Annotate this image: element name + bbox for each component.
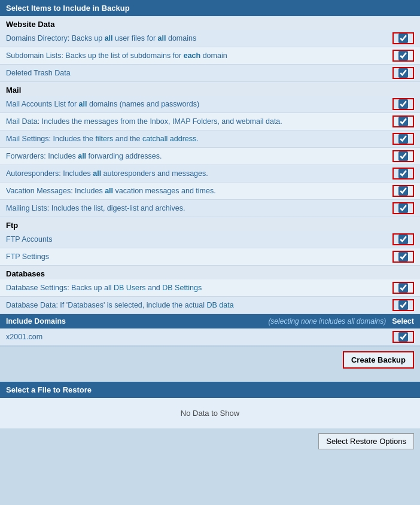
mailing-lists-checkbox[interactable]	[398, 203, 408, 213]
vacation-messages-checkbox[interactable]	[398, 186, 408, 196]
mail-label: Mail	[0, 82, 420, 96]
db-settings-checkbox-cell	[392, 282, 414, 294]
mail-settings-checkbox[interactable]	[398, 134, 408, 144]
db-data-checkbox[interactable]	[398, 300, 408, 310]
databases-label: Databases	[0, 266, 420, 279]
deleted-trash-checkbox-cell	[392, 67, 414, 79]
mail-accounts-checkbox-cell	[392, 98, 414, 110]
forwarders-row: Forwarders: Includes all forwarding addr…	[0, 148, 420, 165]
no-data-row: No Data to Show	[0, 398, 420, 428]
domains-directory-checkbox[interactable]	[398, 34, 408, 43]
restore-options-button[interactable]: Select Restore Options	[318, 433, 414, 449]
domains-directory-label: Domains Directory: Backs up all user fil…	[6, 34, 392, 42]
ftp-settings-label: FTP Settings	[6, 252, 392, 261]
domains-select-label: Select	[392, 317, 414, 325]
no-data-text: No Data to Show	[181, 409, 239, 418]
db-data-row: Database Data: If 'Databases' is selecte…	[0, 297, 420, 314]
domain-name: x2001.com	[6, 333, 392, 341]
mail-settings-label: Mail Settings: Includes the filters and …	[6, 135, 392, 143]
domain-row: x2001.com	[0, 328, 420, 346]
vacation-messages-checkbox-cell	[392, 185, 414, 197]
ftp-accounts-row: FTP Accounts	[0, 231, 420, 248]
deleted-trash-checkbox[interactable]	[398, 68, 408, 78]
domains-directory-row: Domains Directory: Backs up all user fil…	[0, 30, 420, 47]
forwarders-label: Forwarders: Includes all forwarding addr…	[6, 152, 392, 160]
autoresponders-label: Autoresponders: Includes all autorespond…	[6, 169, 392, 178]
create-backup-bar: Create Backup	[0, 346, 420, 373]
subdomain-lists-checkbox[interactable]	[398, 51, 408, 60]
forwarders-checkbox[interactable]	[398, 151, 408, 161]
db-settings-label: Database Settings: Backs up all DB Users…	[6, 284, 392, 292]
ftp-label: Ftp	[0, 217, 420, 231]
mailing-lists-checkbox-cell	[392, 202, 414, 214]
autoresponders-row: Autoresponders: Includes all autorespond…	[0, 165, 420, 182]
mail-accounts-label: Mail Accounts List for all domains (name…	[6, 100, 392, 108]
ftp-accounts-checkbox-cell	[392, 233, 414, 245]
ftp-accounts-checkbox[interactable]	[398, 235, 408, 244]
deleted-trash-label: Deleted Trash Data	[6, 69, 392, 77]
mail-settings-checkbox-cell	[392, 133, 414, 145]
domain-checkbox-cell	[392, 331, 414, 343]
domain-checkbox[interactable]	[398, 332, 408, 342]
domains-directory-checkbox-cell	[392, 32, 414, 44]
subdomain-lists-checkbox-cell	[392, 50, 414, 62]
mail-accounts-row: Mail Accounts List for all domains (name…	[0, 96, 420, 113]
domains-hint: (selecting none includes all domains)	[268, 317, 386, 325]
db-settings-row: Database Settings: Backs up all DB Users…	[0, 279, 420, 297]
db-data-checkbox-cell	[392, 299, 414, 311]
mail-accounts-checkbox[interactable]	[398, 99, 408, 109]
restore-section-title: Select a File to Restore	[6, 385, 92, 394]
website-data-label: Website Data	[0, 16, 420, 30]
ftp-settings-checkbox-cell	[392, 251, 414, 263]
ftp-settings-checkbox[interactable]	[398, 252, 408, 261]
mail-data-checkbox[interactable]	[398, 117, 408, 126]
ftp-settings-row: FTP Settings	[0, 248, 420, 266]
backup-section-header: Select Items to Include in Backup	[0, 0, 420, 16]
subdomain-lists-label: Subdomain Lists: Backs up the list of su…	[6, 51, 392, 60]
subdomain-lists-row: Subdomain Lists: Backs up the list of su…	[0, 47, 420, 65]
vacation-messages-row: Vacation Messages: Includes all vacation…	[0, 182, 420, 200]
mail-data-checkbox-cell	[392, 115, 414, 127]
domains-title: Include Domains	[6, 317, 268, 325]
mail-data-row: Mail Data: Includes the messages from th…	[0, 113, 420, 130]
restore-section-header: Select a File to Restore	[0, 382, 420, 398]
restore-section: Select a File to Restore No Data to Show…	[0, 382, 420, 454]
db-settings-checkbox[interactable]	[398, 283, 408, 293]
backup-section-title: Select Items to Include in Backup	[6, 4, 130, 13]
vacation-messages-label: Vacation Messages: Includes all vacation…	[6, 187, 392, 195]
deleted-trash-row: Deleted Trash Data	[0, 65, 420, 82]
db-data-label: Database Data: If 'Databases' is selecte…	[6, 301, 392, 309]
domains-header: Include Domains (selecting none includes…	[0, 314, 420, 328]
mailing-lists-label: Mailing Lists: Includes the list, digest…	[6, 204, 392, 212]
autoresponders-checkbox-cell	[392, 168, 414, 180]
create-backup-button[interactable]: Create Backup	[343, 351, 414, 369]
mail-data-label: Mail Data: Includes the messages from th…	[6, 117, 392, 126]
forwarders-checkbox-cell	[392, 150, 414, 162]
mailing-lists-row: Mailing Lists: Includes the list, digest…	[0, 200, 420, 217]
autoresponders-checkbox[interactable]	[398, 169, 408, 178]
ftp-accounts-label: FTP Accounts	[6, 235, 392, 244]
backup-items-section: Website Data Domains Directory: Backs up…	[0, 16, 420, 314]
mail-settings-row: Mail Settings: Includes the filters and …	[0, 130, 420, 148]
restore-footer: Select Restore Options	[0, 428, 420, 454]
